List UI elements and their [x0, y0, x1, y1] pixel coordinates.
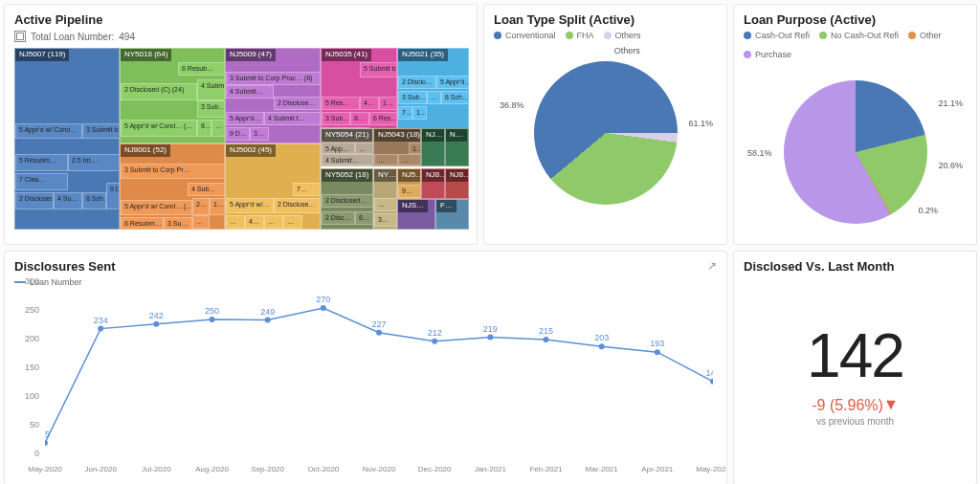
triangle-down-icon: ▼	[883, 396, 899, 413]
svg-text:203: 203	[594, 333, 609, 342]
svg-text:270: 270	[316, 295, 330, 304]
treemap-cell-NY5018[interactable]: NY5018 (64)6 Resub…2 Disclosed (C) (24)4…	[120, 48, 225, 143]
pipeline-subtitle: Total Loan Number: 494	[14, 31, 467, 42]
treemap-cell-NY5054[interactable]: NY5054 (21)5 App……4 Submit…	[321, 128, 373, 166]
active-pipeline-panel: Active Pipeline Total Loan Number: 494 N…	[4, 4, 478, 245]
loan-type-legend: Conventional FHA Others	[494, 31, 717, 40]
svg-point-4	[153, 321, 159, 327]
loan-purpose-panel: Loan Purpose (Active) Cash-Out Refi No C…	[733, 4, 977, 245]
svg-point-0	[45, 440, 48, 446]
treemap-cell-NJ5007[interactable]: NJ5007 (119)5 Appr'd w/ Cond…3 Submit to…	[14, 48, 120, 230]
treemap-cell-NY[interactable]: NY……3…	[373, 168, 397, 230]
svg-point-12	[376, 330, 382, 336]
disclosures-line-chart[interactable]: 050100150200250300 352342422502492702272…	[14, 291, 717, 482]
svg-text:142: 142	[706, 368, 713, 378]
treemap-cell-NJ5043[interactable]: NJ5043 (18)1………	[373, 128, 421, 166]
disclosures-panel: Disclosures Sent ↗ Loan Number 050100150…	[4, 251, 727, 484]
treemap-cell-NJ8b[interactable]: NJ8…	[445, 168, 469, 199]
svg-text:242: 242	[149, 311, 164, 320]
treemap-cell-NJ5[interactable]: NJ5…9…	[397, 168, 421, 199]
treemap-cell-NJ8[interactable]: NJ8…	[421, 168, 445, 199]
svg-point-10	[321, 305, 326, 311]
svg-text:250: 250	[205, 306, 219, 316]
kpi-delta: -9 (5.96%)▼	[812, 397, 899, 414]
svg-text:227: 227	[372, 319, 387, 329]
treemap-cell-NJdots[interactable]: NJ…	[421, 128, 445, 166]
kpi-sub: vs previous month	[816, 416, 894, 427]
svg-text:249: 249	[260, 307, 275, 317]
disclosures-legend: Loan Number	[14, 277, 717, 287]
treemap-cell-NY5052[interactable]: NY5052 (18)2 Disclosed…2 Disc…8…	[321, 168, 373, 230]
svg-point-14	[432, 339, 437, 344]
disclosures-title: Disclosures Sent	[14, 259, 717, 274]
svg-point-20	[599, 343, 605, 349]
svg-point-18	[544, 337, 549, 342]
loan-type-title: Loan Type Split (Active)	[494, 12, 717, 27]
treemap-cell-F[interactable]: F…	[435, 199, 469, 230]
svg-text:234: 234	[94, 316, 108, 325]
treemap-cell-NJdots2[interactable]: N…	[445, 128, 469, 166]
svg-text:193: 193	[650, 339, 664, 348]
treemap-cell-NJ5009[interactable]: NJ5009 (47)3 Submit to Corp Proc… (8)4 S…	[225, 48, 321, 143]
treemap-cell-NJ8001[interactable]: NJ8001 (52)3 Submit to Corp Pr…4 Sub…5 A…	[120, 143, 225, 230]
treemap-cell-NJSdots[interactable]: NJS…	[397, 199, 435, 230]
treemap-cell-NJ5002[interactable]: NJ5002 (45)7…5 Appr'd w/…2 Disclose……4………	[225, 143, 321, 230]
loan-purpose-title: Loan Purpose (Active)	[744, 12, 967, 27]
svg-text:35: 35	[45, 429, 50, 439]
grid-icon	[14, 31, 26, 42]
expand-icon[interactable]: ↗	[707, 259, 717, 273]
loan-purpose-legend: Cash-Out Refi No Cash-Out Refi Other Pur…	[744, 31, 967, 59]
svg-text:219: 219	[483, 324, 498, 334]
svg-point-2	[98, 326, 103, 332]
svg-text:215: 215	[539, 326, 553, 336]
svg-text:212: 212	[428, 328, 442, 338]
kpi-value: 142	[807, 320, 903, 391]
svg-point-6	[210, 317, 215, 322]
kpi-title: Disclosed Vs. Last Month	[744, 259, 967, 274]
svg-point-16	[487, 335, 493, 341]
pipeline-title: Active Pipeline	[14, 12, 467, 27]
svg-point-8	[265, 318, 271, 323]
svg-point-22	[655, 349, 660, 355]
loan-type-panel: Loan Type Split (Active) Conventional FH…	[483, 4, 727, 245]
pipeline-treemap[interactable]: NJ5007 (119)5 Appr'd w/ Cond…3 Submit to…	[14, 48, 467, 230]
loan-purpose-pie[interactable]: 21.1% 20.6% 0.2% 58.1%	[744, 63, 967, 240]
loan-type-pie[interactable]: 61.1% 36.8% Others	[494, 44, 717, 221]
kpi-panel: Disclosed Vs. Last Month 142 -9 (5.96%)▼…	[733, 251, 977, 484]
